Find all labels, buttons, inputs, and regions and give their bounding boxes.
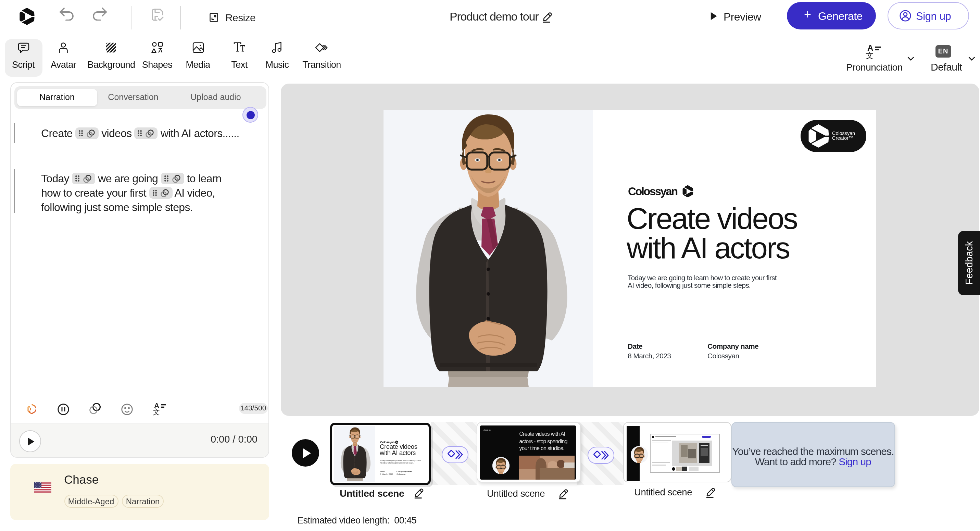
svg-text:文: 文 <box>153 408 159 416</box>
svg-text:文: 文 <box>865 50 873 60</box>
